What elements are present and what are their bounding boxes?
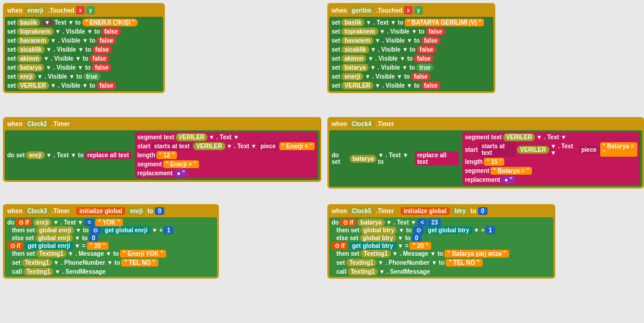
replacement-row: replacement ● " <box>137 169 315 177</box>
when-gerilim-header: when gerilim .Touched x y <box>329 5 493 16</box>
set-baslik-row: set baslik ▼ Text ▼ to " ENERJI ÇIKIŞI " <box>7 19 161 26</box>
then2-call-row: call Texting1 ▼ . SendMessage <box>12 268 215 276</box>
clock3-header: when Clock3 .Timer initialize global enr… <box>5 206 217 216</box>
when-enerji-touched-group: when enerji .Touched x y set baslik ▼ Te… <box>3 3 165 93</box>
replacement4-row: replacement ● " <box>465 176 637 184</box>
enerji-cikisi-val: " ENERJI ÇIKIŞI " <box>82 19 138 26</box>
set-topraknem-row: set topraknem ▼ . Visible ▼ to false <box>7 28 161 35</box>
start4-row: start starts at text VERILER ▼ . Text ▼ … <box>465 142 637 157</box>
y-button-right[interactable]: y <box>414 6 423 14</box>
length-row: length " 12 " <box>137 151 315 159</box>
if5-2-row: ⊙ if get global btry ▼ = " 20 " <box>332 242 551 250</box>
segment-row: segment text VERILER ▼ . Text ▼ <box>137 133 315 141</box>
then-row: then set global enrji ▼ to ⊙ get global … <box>7 226 215 234</box>
gerilim-set-section: set baslik ▼ . Text ▼ to " BATARYA GERİL… <box>329 17 493 91</box>
then5-call-row: call Texting1 ▼ . SendMessage <box>336 268 551 276</box>
then2-section: then set Texting1 ▼ . Message ▼ to " Ene… <box>7 250 215 276</box>
length4-row: length " 15 " <box>465 158 637 166</box>
else-row: else set global enrji ▼ to 0 <box>7 234 215 242</box>
do-if-row: do ⊙ if enrji ▼ . Text ▼ = " YOK " <box>7 219 215 226</box>
when-gerilim-touched-group: when gerilim .Touched x y set baslik ▼ .… <box>327 3 495 93</box>
segment2-row: segment " Enerji = " <box>137 160 315 168</box>
workspace: when enerji .Touched x y set baslik ▼ Te… <box>0 0 644 323</box>
clock4-do-section: do set batarya ▼ . Text ▼ to replace all… <box>329 130 642 187</box>
set-enerji-g-row: set enerji ▼ . Visible ▼ to false <box>332 73 491 80</box>
enerji-set-section: set baslik ▼ Text ▼ to " ENERJI ÇIKIŞI "… <box>5 17 163 91</box>
set-veriler-row: set VERILER ▼ . Visible ▼ to false <box>7 82 161 89</box>
then5-set1-row: then set Texting1 ▼ . Message ▼ to " Bat… <box>336 250 551 258</box>
when-enerji-header: when enerji .Touched x y <box>5 5 163 16</box>
segment4b-row: segment " Batarya = " <box>465 167 637 175</box>
then5-set2-row: set Texting1 ▼ . PhoneNumber ▼ to " TEL … <box>336 259 551 267</box>
clock5-header: when Clock5 .Timer initialize global btr… <box>329 206 553 216</box>
then2-set2-row: set Texting1 ▼ . PhoneNumber ▼ to " TEL … <box>12 259 215 267</box>
clock2-group: when Clock2 .Timer do set enrji ▼ . Text… <box>3 117 321 182</box>
then5-row: then set global btry ▼ to ⊙ get global b… <box>332 226 551 234</box>
start-row: start starts at text VERILER ▼ . Text ▼ … <box>137 142 315 150</box>
set-havanem-g-row: set havanem ▼ . Visible ▼ to false <box>332 37 491 44</box>
replace-section: segment text VERILER ▼ . Text ▼ start st… <box>135 132 317 178</box>
clock4-set-row: do set batarya ▼ . Text ▼ to replace all… <box>332 132 640 185</box>
set-batarya-row: set batarya ▼ . Visible ▼ to false <box>7 64 161 71</box>
else5-row: else set global btry ▼ to 0 <box>332 234 551 242</box>
then5-2-section: then set Texting1 ▼ . Message ▼ to " Bat… <box>332 250 551 276</box>
set-akimm-row: set akimm ▼ . Visible ▼ to false <box>7 55 161 62</box>
set-akimm-g-row: set akimm ▼ . Visible ▼ to false <box>332 55 491 62</box>
clock3-do: do ⊙ if enrji ▼ . Text ▼ = " YOK " then … <box>5 217 217 277</box>
x-button-right[interactable]: x <box>404 6 413 14</box>
then2-set1-row: then set Texting1 ▼ . Message ▼ to " Ene… <box>12 250 215 258</box>
baslik-pill[interactable]: baslik <box>17 19 40 26</box>
when-label: when <box>7 7 23 14</box>
if2-row: ⊙ if get global enrji ▼ = " 20 " <box>7 242 215 250</box>
clock5-group: when Clock5 .Timer initialize global btr… <box>327 204 555 279</box>
x-button[interactable]: x <box>76 6 85 14</box>
clock2-set-row: do set enrji ▼ . Text ▼ to replace all t… <box>7 132 317 178</box>
set-veriler-g-row: set VERILER ▼ . Visible ▼ to false <box>332 82 491 89</box>
clock4-header: when Clock4 .Timer <box>329 119 642 129</box>
replace4-section: segment text VERILER ▼ . Text ▼ start st… <box>462 132 640 185</box>
set-topraknem-g-row: set topraknem ▼ . Visible ▼ to false <box>332 28 491 35</box>
set-enrji-visible-row: set enrji ▼ . Visible ▼ to true <box>7 73 161 80</box>
clock2-do-section: do set enrji ▼ . Text ▼ to replace all t… <box>5 130 320 180</box>
set-sicaklik-g-row: set sicaklik ▼ . Visible ▼ to false <box>332 46 491 53</box>
segment4-row: segment text VERILER ▼ . Text ▼ <box>465 133 637 141</box>
clock5-do: do ⊙ if batarya ▼ . Text ▼ < 23 then set… <box>329 217 553 277</box>
clock2-header: when Clock2 .Timer <box>5 119 320 129</box>
do-if5-row: do ⊙ if batarya ▼ . Text ▼ < 23 <box>332 219 551 226</box>
set-sicaklik-row: set sicaklik ▼ . Visible ▼ to false <box>7 46 161 53</box>
touched-label: .Touched <box>48 7 74 14</box>
enerji-pill[interactable]: enerji <box>25 7 47 14</box>
clock3-group: when Clock3 .Timer initialize global enr… <box>3 204 219 279</box>
set-havanem-row: set havanem ▼ . Visible ▼ to false <box>7 37 161 44</box>
y-button[interactable]: y <box>86 6 95 14</box>
set-baslik-gerilim-row: set baslik ▼ . Text ▼ to " BATARYA GERİL… <box>332 19 491 26</box>
set-batarya-g-row: set batarya ▼ . Visible ▼ to true <box>332 64 491 71</box>
clock4-group: when Clock4 .Timer do set batarya ▼ . Te… <box>327 117 644 189</box>
